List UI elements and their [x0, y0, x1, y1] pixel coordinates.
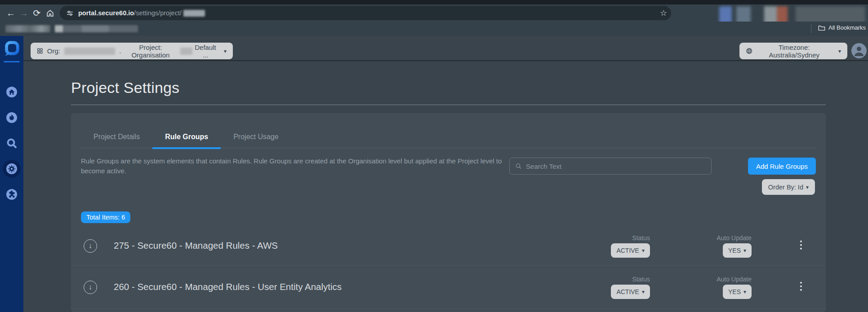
browser-toolbar: ← → ⟳ portal.secure60.io/settings/projec…	[0, 4, 868, 22]
status-dropdown[interactable]: ACTIVE ▾	[611, 285, 650, 299]
settings-panel: Project Details Rule Groups Project Usag…	[71, 113, 826, 312]
back-icon[interactable]: ←	[4, 6, 18, 20]
caret-down-icon: ▾	[743, 247, 746, 254]
title-divider	[71, 105, 826, 105]
tab-project-details[interactable]: Project Details	[81, 127, 152, 149]
caret-down-icon: ▾	[224, 48, 227, 54]
sidebar-item-search[interactable]	[3, 134, 21, 152]
org-dot: .	[119, 47, 121, 55]
tab-project-usage[interactable]: Project Usage	[221, 127, 291, 149]
url-path: /settings/project/	[134, 9, 182, 17]
browser-chrome: ← → ⟳ portal.secure60.io/settings/projec…	[0, 0, 868, 36]
tab-bar: Project Details Rule Groups Project Usag…	[81, 127, 816, 148]
sidebar-item-home[interactable]	[3, 83, 21, 101]
caret-down-icon: ▾	[642, 247, 645, 254]
auto-update-dropdown[interactable]: YES ▾	[723, 285, 752, 299]
forward-icon[interactable]: →	[17, 6, 31, 20]
gear-circle-icon	[5, 162, 18, 176]
caret-down-icon: ▾	[743, 289, 746, 295]
redacted-bookmark[interactable]	[5, 25, 50, 32]
order-by-dropdown[interactable]: Order By: Id ▾	[762, 179, 815, 195]
redacted-org-name	[64, 48, 115, 55]
logo-underline	[4, 61, 20, 62]
url-host: portal.secure60.io	[78, 9, 134, 17]
all-bookmarks-label: All Bookmarks	[828, 24, 866, 31]
status-label: Status	[632, 234, 650, 242]
download-icon[interactable]: ↓	[84, 281, 97, 294]
status-dropdown[interactable]: ACTIVE ▾	[611, 243, 650, 258]
search-input[interactable]	[526, 163, 706, 170]
sidebar-nav	[0, 36, 23, 312]
url-text: portal.secure60.io/settings/project/	[78, 9, 182, 17]
user-avatar[interactable]	[851, 43, 867, 59]
status-label: Status	[632, 276, 650, 283]
bookmarks-divider	[811, 24, 811, 33]
caret-down-icon: ▾	[642, 289, 645, 295]
timezone-label: Timezone: Australia/Sydney	[756, 44, 832, 59]
status-value: ACTIVE	[616, 288, 639, 295]
project-label: Project: Organisation	[125, 44, 176, 59]
sidebar-item-detections[interactable]	[3, 109, 21, 127]
bookmark-star-icon[interactable]: ☆	[656, 6, 671, 20]
search-icon	[515, 163, 522, 170]
globe-icon	[746, 47, 752, 55]
window-top-strip	[0, 0, 868, 4]
rule-groups-description: Rule Groups are the system elements that…	[81, 156, 508, 176]
caret-down-icon: ▾	[838, 48, 841, 54]
caret-down-icon: ▾	[806, 184, 809, 190]
reload-icon[interactable]: ⟳	[30, 6, 44, 20]
rule-group-title: 275 - Secure60 - Managed Rules - AWS	[114, 240, 278, 251]
home-icon	[46, 9, 54, 18]
bookmarks-bar: All Bookmarks	[0, 22, 868, 36]
redacted-url-segment	[183, 10, 205, 17]
status-field: Status ACTIVE ▾	[611, 276, 650, 299]
project-tail: Default ...	[194, 44, 217, 59]
rule-group-row: ↓ 260 - Secure60 - Managed Rules - User …	[71, 266, 826, 309]
total-items-badge: Total Items: 6	[81, 211, 130, 223]
app-window: Org: . Project: Organisation Default ...…	[0, 36, 868, 312]
rule-group-title: 260 - Secure60 - Managed Rules - User En…	[114, 281, 342, 292]
search-box	[509, 158, 712, 175]
auto-update-value: YES	[728, 288, 741, 295]
rule-group-row: ↓ 275 - Secure60 - Managed Rules - AWS S…	[71, 226, 826, 266]
app-header-bar: Org: . Project: Organisation Default ...…	[23, 36, 868, 61]
main-area: Org: . Project: Organisation Default ...…	[23, 36, 868, 312]
tab-rule-groups[interactable]: Rule Groups	[152, 127, 221, 149]
timezone-selector[interactable]: Timezone: Australia/Sydney ▾	[739, 43, 847, 59]
auto-update-value: YES	[728, 247, 741, 254]
status-field: Status ACTIVE ▾	[611, 234, 650, 258]
kebab-menu-icon[interactable]	[798, 280, 804, 292]
auto-update-dropdown[interactable]: YES ▾	[723, 243, 752, 258]
auto-update-field: Auto Update YES ▾	[717, 234, 752, 258]
status-value: ACTIVE	[616, 247, 639, 254]
kebab-menu-icon[interactable]	[798, 238, 804, 251]
home-icon[interactable]	[43, 6, 57, 20]
home-circle-icon	[5, 85, 18, 99]
redacted-bookmark[interactable]	[55, 25, 138, 32]
auto-update-label: Auto Update	[717, 234, 752, 242]
download-icon[interactable]: ↓	[84, 239, 97, 253]
org-label: Org:	[47, 47, 60, 55]
rule-group-list: ↓ 275 - Secure60 - Managed Rules - AWS S…	[71, 226, 826, 309]
add-rule-groups-button[interactable]: Add Rule Groups	[748, 158, 816, 175]
puzzle-circle-icon	[5, 188, 18, 201]
url-bar[interactable]: portal.secure60.io/settings/project/	[60, 6, 671, 20]
auto-update-field: Auto Update YES ▾	[717, 276, 752, 299]
sidebar-item-settings[interactable]	[3, 160, 21, 178]
grid-icon	[37, 47, 43, 55]
folder-icon	[818, 25, 825, 31]
secure60-logo[interactable]	[3, 40, 20, 57]
page-title: Project Settings	[71, 79, 179, 97]
flame-circle-icon	[5, 111, 18, 124]
search-circle-icon	[5, 136, 18, 150]
redacted-project-id	[180, 48, 192, 55]
sidebar-item-integrations[interactable]	[3, 185, 21, 203]
org-project-selector[interactable]: Org: . Project: Organisation Default ...…	[31, 43, 233, 59]
tune-icon	[66, 9, 74, 17]
all-bookmarks-button[interactable]: All Bookmarks	[818, 24, 866, 31]
order-by-label: Order By: Id	[768, 184, 803, 191]
auto-update-label: Auto Update	[717, 276, 752, 283]
